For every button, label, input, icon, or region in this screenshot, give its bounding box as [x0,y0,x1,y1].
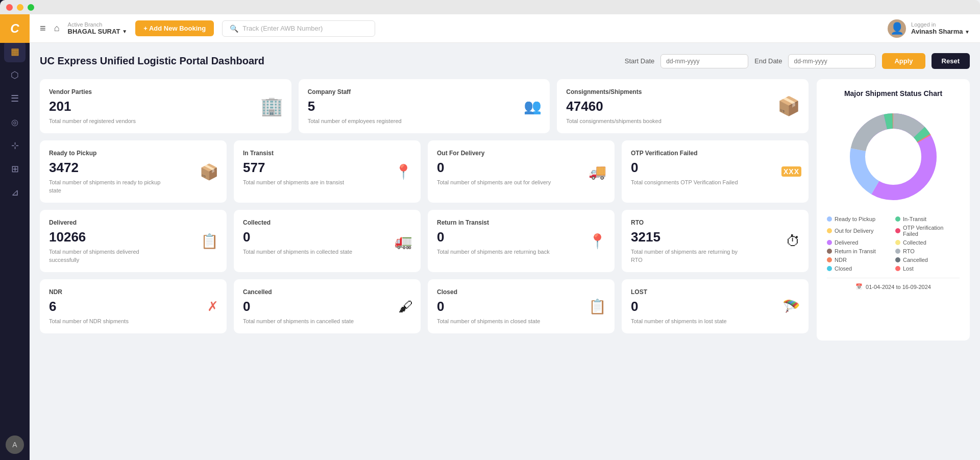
dashboard-grid: Vendor Parties 201 Total number of regis… [40,79,970,341]
legend-dot [895,249,900,254]
minimize-btn[interactable] [17,4,23,11]
stats-row-3: Delivered 10266 Total number of shipment… [40,210,808,272]
sidebar-item-scan[interactable]: ◎ [4,111,26,133]
scan-icon: ◎ [11,117,18,127]
branch-label: Active Branch [68,21,128,28]
legend-ndr: NDR [827,257,891,263]
sidebar-item-list[interactable]: ☰ [4,88,26,109]
maximize-btn[interactable] [28,4,34,11]
legend-dot [827,216,832,222]
in-transist-title: In Transist [243,150,411,157]
logo: C [0,14,30,43]
legend-label: Collected [903,239,926,246]
legend-dot [895,216,900,222]
legend-label: Out for Delivery [835,228,873,234]
chart-title: Major Shipment Status Chart [827,89,960,98]
settings-icon: ⊿ [11,187,19,198]
ndr-title: NDR [49,288,217,296]
user-menu[interactable]: 👤 Logged in Avinash Sharma ▼ [888,19,970,38]
track-input[interactable]: 🔍 Track (Enter AWB Number) [222,20,375,37]
chart-date-range: 📅 01-04-2024 to 16-09-2024 [827,278,960,290]
menu-icon: ≡ [40,22,46,34]
sidebar-item-packages[interactable]: ⬡ [4,64,26,86]
content-area: UC Express Unified Logistic Portal Dashb… [30,43,980,460]
sidebar-item-settings[interactable]: ⊿ [4,182,26,203]
sidebar-item-map[interactable]: ⊹ [4,135,26,156]
legend-label: Lost [903,265,914,272]
closed-value: 0 [437,299,605,314]
date-controls: Start Date End Date Apply Reset [625,53,970,69]
apply-button[interactable]: Apply [882,53,925,69]
stat-card-vendor-parties: Vendor Parties 201 Total number of regis… [40,79,291,133]
calendar-icon: 📅 [855,283,863,290]
legend-rto: RTO [895,248,960,254]
ready-to-pickup-title: Ready to Pickup [49,150,217,157]
stat-card-company-staff: Company Staff 5 Total number of employee… [299,79,550,133]
legend-dot [827,249,832,254]
lost-icon: 🪂 [782,298,800,315]
collected-icon: 🚛 [395,233,412,250]
rto-value: 3215 [631,229,799,245]
closed-title: Closed [437,288,605,296]
start-date-input[interactable] [660,54,748,68]
legend-cancelled: Cancelled [895,257,960,263]
legend-label: OTP Verification Failed [903,225,960,237]
end-date-label: End Date [754,57,782,65]
company-staff-icon: 👥 [524,98,542,115]
stat-card-in-transist: In Transist 577 Total number of shipment… [234,140,421,203]
consignments-title: Consignments/Shipments [566,88,799,95]
delivered-value: 10266 [49,229,217,245]
header: ≡ ⌂ Active Branch BHAGAL SURAT ▼ + Add N… [30,14,980,43]
stat-card-otp-failed: OTP Verification Failed 0 Total consignm… [622,140,808,203]
ndr-icon: ✗ [207,299,218,314]
legend-dot [895,266,900,271]
otp-failed-value: 0 [631,160,799,176]
rto-title: RTO [631,219,799,226]
branch-info: Active Branch BHAGAL SURAT ▼ [68,21,128,35]
collected-value: 0 [243,229,411,245]
legend-label: NDR [835,257,847,263]
menu-button[interactable]: ≡ [40,22,46,34]
legend-label: Delivered [835,239,858,246]
list-icon: ☰ [11,93,19,104]
home-button[interactable]: ⌂ [54,23,60,34]
sidebar-item-grid[interactable]: ⊞ [4,158,26,180]
company-staff-title: Company Staff [308,88,541,95]
lost-desc: Total number of shipments in lost state [631,318,749,325]
reset-button[interactable]: Reset [932,53,970,69]
stat-card-cancelled: Cancelled 0 Total number of shipments in… [234,279,421,333]
main-area: ≡ ⌂ Active Branch BHAGAL SURAT ▼ + Add N… [30,14,980,460]
user-avatar: 👤 [888,19,906,38]
consignments-value: 47460 [566,99,799,114]
closed-icon: 📋 [589,298,606,315]
vendor-parties-desc: Total number of registered vendors [49,117,212,125]
legend-dot [827,240,832,245]
return-in-transist-value: 0 [437,229,605,245]
start-date-label: Start Date [625,57,655,65]
user-name: Avinash Sharma ▼ [911,28,970,35]
end-date-input[interactable] [788,54,876,68]
legend-closed: Closed [827,265,891,272]
close-btn[interactable] [6,4,13,11]
sidebar-avatar[interactable]: A [6,435,24,454]
window-chrome [0,0,980,14]
packages-icon: ⬡ [11,69,19,81]
otp-failed-title: OTP Verification Failed [631,150,799,157]
sidebar-item-dashboard[interactable]: ▦ [4,41,26,62]
legend-otp-failed: OTP Verification Failed [895,225,960,237]
out-for-delivery-desc: Total number of shipments are out for de… [437,179,555,186]
stat-card-delivered: Delivered 10266 Total number of shipment… [40,210,227,272]
otp-failed-desc: Total consignments OTP Verification Fail… [631,179,749,186]
chart-legend: Ready to Pickup In-Transit Out for Deliv… [827,216,960,272]
consignments-icon: 📦 [777,95,800,117]
user-dropdown-icon: ▼ [965,29,970,35]
legend-label: Cancelled [903,257,928,263]
closed-desc: Total number of shipments in closed stat… [437,318,555,325]
cards-area: Vendor Parties 201 Total number of regis… [40,79,808,341]
legend-dot [827,257,832,262]
ready-to-pickup-desc: Total number of shipments in ready to pi… [49,179,167,195]
company-staff-value: 5 [308,99,541,114]
add-booking-button[interactable]: + Add New Booking [135,20,214,36]
search-icon: 🔍 [230,25,238,33]
lost-value: 0 [631,299,799,314]
